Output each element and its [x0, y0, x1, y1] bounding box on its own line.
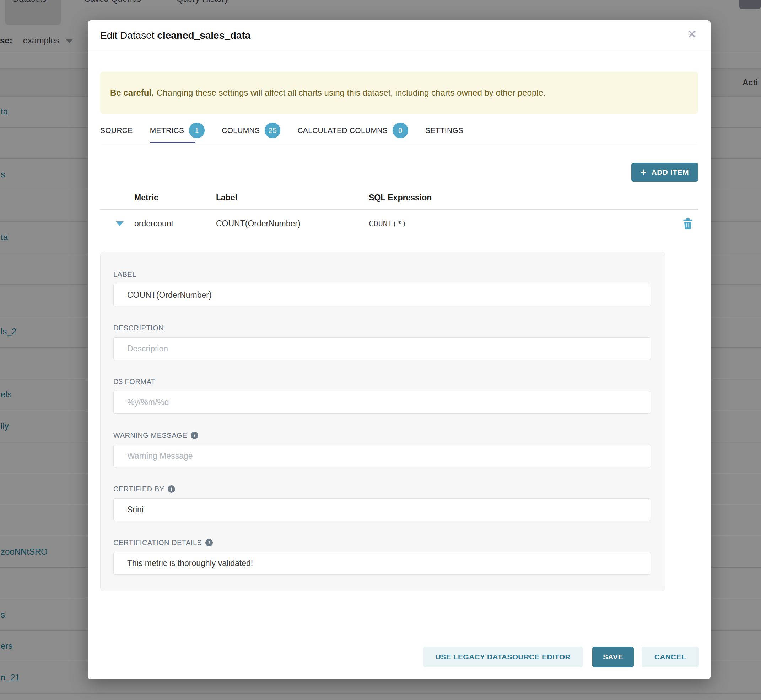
add-item-label: ADD ITEM — [652, 168, 689, 177]
warning-banner-bold: Be careful. — [110, 88, 154, 98]
field-warning-message: WARNING MESSAGE i — [113, 431, 651, 467]
warning-banner: Be careful. Changing these settings will… — [100, 72, 698, 114]
add-item-row: + ADD ITEM — [100, 163, 698, 181]
field-certification-details: CERTIFICATION DETAILS i — [113, 539, 651, 575]
modal-title: Edit Dataset cleaned_sales_data — [100, 30, 250, 41]
use-legacy-datasource-editor-button[interactable]: USE LEGACY DATASOURCE EDITOR — [423, 647, 583, 667]
field-warning-message-caption: WARNING MESSAGE i — [113, 431, 651, 439]
metrics-table: Metric Label SQL Expression ordercount C… — [100, 186, 698, 238]
cancel-button[interactable]: CANCEL — [642, 647, 699, 667]
info-icon: i — [205, 539, 213, 547]
field-certification-details-caption: CERTIFICATION DETAILS i — [113, 539, 651, 547]
field-label-caption: LABEL — [113, 270, 651, 278]
tab-metrics[interactable]: METRICS 1 — [150, 118, 205, 143]
tab-source[interactable]: SOURCE — [100, 118, 133, 143]
label-input[interactable] — [113, 284, 651, 306]
description-input[interactable] — [113, 337, 651, 360]
close-icon[interactable]: ✕ — [687, 28, 697, 40]
field-certified-by-caption: CERTIFIED BY i — [113, 485, 651, 493]
tab-label: CALCULATED COLUMNS — [297, 126, 388, 135]
tab-columns[interactable]: COLUMNS 25 — [222, 118, 280, 143]
field-description: DESCRIPTION — [113, 324, 651, 360]
modal-title-prefix: Edit Dataset — [100, 30, 155, 41]
field-description-caption: DESCRIPTION — [113, 324, 651, 332]
metric-sql-expression: COUNT(*) — [369, 219, 673, 228]
certified-by-input[interactable] — [113, 498, 651, 521]
tab-calculated-columns[interactable]: CALCULATED COLUMNS 0 — [297, 118, 408, 143]
metric-name: ordercount — [134, 219, 216, 228]
metric-detail-form: LABEL DESCRIPTION D3 FORMAT WARNING MESS… — [100, 252, 665, 591]
field-d3-format-caption: D3 FORMAT — [113, 378, 651, 386]
column-header-sql-expression: SQL Expression — [369, 193, 673, 203]
warning-message-input[interactable] — [113, 445, 651, 467]
column-header-label: Label — [216, 193, 369, 203]
modal-header: Edit Dataset cleaned_sales_data ✕ — [88, 20, 711, 51]
expand-caret-icon[interactable] — [116, 221, 123, 226]
tab-label: SOURCE — [100, 126, 133, 135]
tab-label: COLUMNS — [222, 126, 260, 135]
metrics-table-header: Metric Label SQL Expression — [100, 186, 698, 209]
field-d3-format: D3 FORMAT — [113, 378, 651, 414]
tab-count-badge: 1 — [189, 123, 205, 138]
modal-dataset-name: cleaned_sales_data — [157, 30, 250, 41]
metric-row: ordercount COUNT(OrderNumber) COUNT(*) — [100, 209, 698, 238]
tab-label: METRICS — [150, 126, 184, 135]
plus-icon: + — [641, 167, 647, 177]
field-label: LABEL — [113, 270, 651, 306]
field-certified-by: CERTIFIED BY i — [113, 485, 651, 521]
info-icon: i — [168, 485, 175, 493]
column-header-metric: Metric — [134, 193, 216, 203]
modal-tabs: SOURCE METRICS 1 COLUMNS 25 CALCULATED C… — [100, 118, 698, 143]
edit-dataset-modal: Edit Dataset cleaned_sales_data ✕ Be car… — [88, 20, 711, 680]
add-item-button[interactable]: + ADD ITEM — [631, 163, 698, 181]
tab-count-badge: 0 — [392, 123, 408, 138]
d3-format-input[interactable] — [113, 391, 651, 414]
tab-count-badge: 25 — [265, 123, 280, 138]
info-icon: i — [191, 432, 198, 439]
certification-details-input[interactable] — [113, 552, 651, 575]
tab-label: SETTINGS — [425, 126, 463, 135]
tab-settings[interactable]: SETTINGS — [425, 118, 463, 143]
modal-body: Be careful. Changing these settings will… — [88, 72, 711, 591]
warning-banner-text: Changing these settings will affect all … — [157, 88, 546, 98]
metric-label: COUNT(OrderNumber) — [216, 219, 369, 228]
save-button[interactable]: SAVE — [592, 647, 634, 667]
modal-footer: USE LEGACY DATASOURCE EDITOR SAVE CANCEL — [88, 647, 711, 680]
delete-metric-icon[interactable] — [683, 217, 693, 230]
